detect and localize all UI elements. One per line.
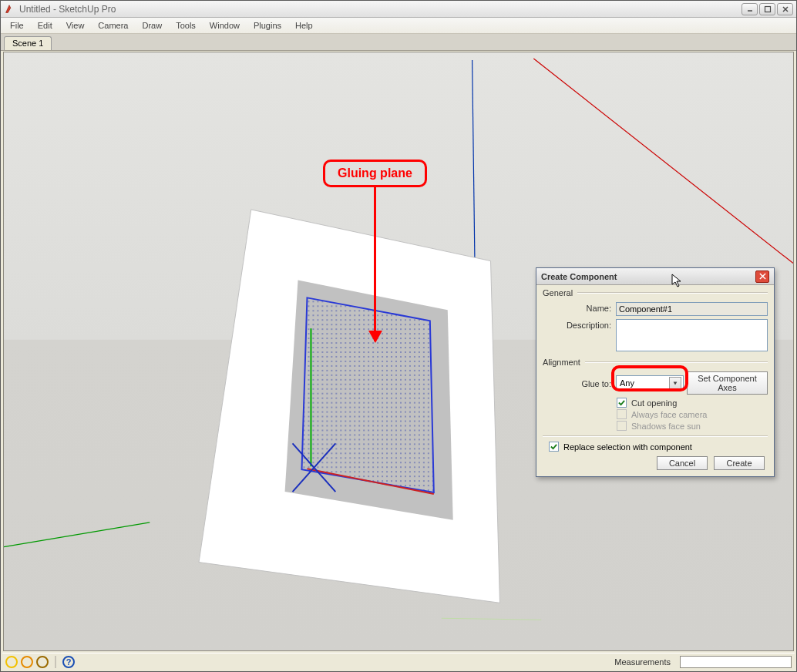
dialog-titlebar[interactable]: Create Component	[536, 268, 774, 285]
menu-plugins[interactable]: Plugins	[247, 19, 288, 32]
titlebar[interactable]: Untitled - SketchUp Pro	[1, 1, 796, 18]
scene-tab[interactable]: Scene 1	[4, 36, 52, 50]
section-alignment-label: Alignment	[543, 358, 580, 367]
menu-draw[interactable]: Draw	[136, 19, 168, 32]
app-window: Untitled - SketchUp Pro File Edit View C…	[0, 0, 797, 672]
menu-camera[interactable]: Camera	[92, 19, 134, 32]
always-face-camera-label: Always face camera	[631, 410, 707, 419]
measurements-label: Measurements	[614, 657, 671, 667]
status-icon-1[interactable]	[5, 656, 18, 668]
name-label: Name:	[543, 302, 616, 313]
menu-file[interactable]: File	[4, 19, 30, 32]
divider	[55, 656, 56, 668]
help-icon[interactable]: ?	[62, 656, 75, 668]
create-component-dialog[interactable]: Create Component General Name: Descripti…	[536, 267, 775, 477]
dialog-close-button[interactable]	[755, 270, 769, 283]
status-icon-3[interactable]	[36, 656, 49, 668]
glue-to-value: Any	[620, 378, 634, 388]
shadows-face-sun-label: Shadows face sun	[631, 422, 701, 431]
cut-opening-checkbox[interactable]	[617, 398, 627, 408]
menubar: File Edit View Camera Draw Tools Window …	[1, 18, 796, 34]
glue-to-select[interactable]: Any	[616, 375, 684, 391]
set-component-axes-button[interactable]: Set Component Axes	[687, 371, 768, 395]
menu-window[interactable]: Window	[203, 19, 246, 32]
section-general-label: General	[543, 288, 573, 297]
measurements-input[interactable]	[680, 656, 792, 668]
menu-tools[interactable]: Tools	[170, 19, 202, 32]
name-input[interactable]	[616, 302, 768, 316]
cancel-button[interactable]: Cancel	[657, 456, 708, 470]
dropdown-arrow-icon[interactable]	[669, 377, 681, 389]
shadows-face-sun-checkbox	[617, 421, 627, 431]
callout: Gluing plane	[323, 160, 427, 341]
replace-selection-checkbox[interactable]	[549, 442, 559, 452]
dialog-body: General Name: Description: Alignment Glu…	[536, 285, 774, 476]
always-face-camera-checkbox	[617, 409, 627, 419]
glue-to-label: Glue to:	[543, 378, 616, 388]
cut-opening-label: Cut opening	[631, 398, 677, 408]
menu-view[interactable]: View	[60, 19, 91, 32]
replace-selection-label: Replace selection with component	[563, 442, 692, 452]
create-button[interactable]: Create	[714, 456, 765, 470]
callout-label: Gluing plane	[323, 160, 427, 187]
close-button[interactable]	[777, 3, 793, 15]
minimize-button[interactable]	[742, 3, 758, 15]
description-label: Description:	[543, 319, 616, 330]
window-title: Untitled - SketchUp Pro	[19, 4, 737, 15]
maximize-button[interactable]	[759, 3, 775, 15]
description-input[interactable]	[616, 319, 768, 351]
menu-help[interactable]: Help	[289, 19, 319, 32]
scene-tabs-bar: Scene 1	[1, 34, 796, 51]
dialog-title: Create Component	[541, 272, 617, 281]
statusbar: ? Measurements	[2, 653, 795, 670]
status-icon-2[interactable]	[21, 656, 33, 668]
svg-rect-1	[765, 6, 770, 12]
callout-arrow	[374, 187, 376, 341]
app-icon	[4, 4, 15, 15]
menu-edit[interactable]: Edit	[32, 19, 59, 32]
